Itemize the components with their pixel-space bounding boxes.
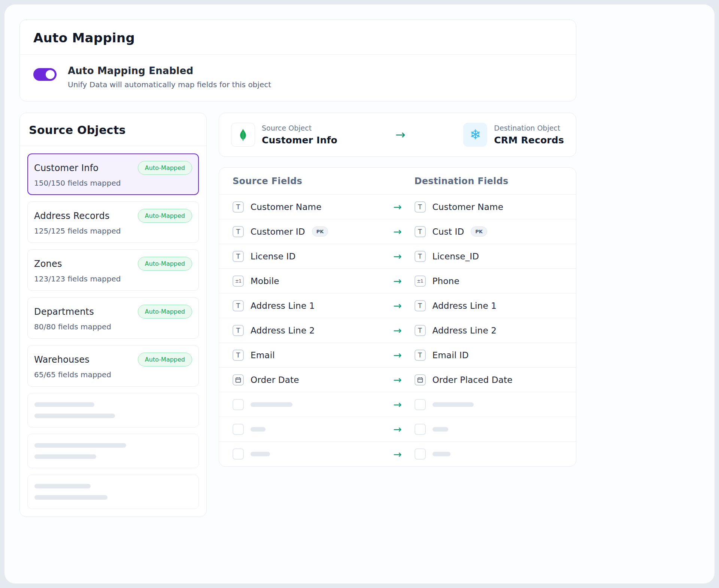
page-background: Auto Mapping Auto Mapping Enabled Unify … <box>0 0 719 588</box>
auto-mapped-badge: Auto-Mapped <box>138 353 192 366</box>
field-mapping-row[interactable]: TCustomer IDPK→TCust IDPK <box>219 219 576 244</box>
field-label: Email ID <box>433 350 469 360</box>
source-field-cell: TEmail <box>233 350 381 361</box>
skeleton-bar <box>34 454 96 459</box>
text-type-icon: T <box>418 327 422 334</box>
auto-mapped-badge: Auto-Mapped <box>138 257 192 271</box>
skeleton-field-row: → <box>219 442 576 466</box>
text-type-icon: T <box>236 228 240 235</box>
field-mapping-row[interactable]: TLicense ID→TLicense_ID <box>219 244 576 269</box>
auto-mapping-card: Auto Mapping Auto Mapping Enabled Unify … <box>19 19 576 101</box>
number-type-icon: ±1 <box>235 278 242 284</box>
field-type-icon: T <box>415 201 426 213</box>
field-mapping-row[interactable]: TAddress Line 2→TAddress Line 2 <box>219 318 576 343</box>
source-object-label: Source Object <box>262 124 337 132</box>
source-fields-header: Source Fields <box>233 176 381 186</box>
auto-mapping-toggle[interactable] <box>33 68 57 81</box>
source-db-tile <box>231 123 255 147</box>
mongodb-icon <box>236 128 250 141</box>
field-type-icon: ±1 <box>415 275 426 287</box>
skeleton-bar <box>34 495 107 500</box>
destination-object-label: Destination Object <box>494 124 564 132</box>
source-field-cell: ±1Mobile <box>233 275 381 287</box>
field-arrow-icon: → <box>381 300 415 311</box>
calendar-icon <box>235 377 242 383</box>
source-objects-card: Source Objects Customer InfoAuto-Mapped1… <box>19 113 207 517</box>
text-type-icon: T <box>236 327 240 334</box>
field-label: Customer ID <box>251 227 305 237</box>
mapping-header-card: Source Object Customer Info → ❄ Destinat… <box>219 113 576 157</box>
fields-mapped-count: 150/150 fields mapped <box>34 179 192 188</box>
source-object-item[interactable]: Address RecordsAuto-Mapped125/125 fields… <box>27 201 199 243</box>
text-type-icon: T <box>418 351 422 359</box>
skeleton-bar <box>433 402 474 407</box>
skeleton-field-row: → <box>219 392 576 417</box>
text-type-icon: T <box>418 203 422 211</box>
auto-mapped-badge: Auto-Mapped <box>138 209 192 223</box>
fields-mapped-count: 125/125 fields mapped <box>34 226 192 235</box>
field-label: Order Date <box>251 375 299 385</box>
destination-field-cell: TAddress Line 2 <box>415 325 563 336</box>
field-arrow-icon: → <box>381 250 415 262</box>
source-object-item[interactable]: DepartmentsAuto-Mapped80/80 fields mappe… <box>27 297 199 339</box>
source-object-item[interactable]: WarehousesAuto-Mapped65/65 fields mapped <box>27 345 199 387</box>
field-label: Address Line 2 <box>433 326 497 335</box>
field-mapping-row[interactable]: TCustomer Name→TCustomer Name <box>219 195 576 219</box>
field-mapping-row[interactable]: TEmail→TEmail ID <box>219 343 576 368</box>
field-type-icon: T <box>233 350 244 361</box>
field-arrow-icon: → <box>381 325 415 336</box>
field-label: Email <box>251 350 275 360</box>
primary-key-badge: PK <box>471 226 487 237</box>
text-type-icon: T <box>236 203 240 211</box>
destination-field-cell: TCust IDPK <box>415 226 563 237</box>
skeleton-source-object <box>27 434 199 468</box>
empty-field-type-icon <box>233 399 244 410</box>
field-label: Address Line 1 <box>251 301 315 311</box>
field-type-icon: ±1 <box>233 275 244 287</box>
field-arrow-icon: → <box>381 423 415 435</box>
mapping-arrow-icon: → <box>337 128 463 142</box>
field-rows: TCustomer Name→TCustomer NameTCustomer I… <box>219 195 576 466</box>
skeleton-bar <box>251 427 266 432</box>
field-mapping-row[interactable]: ±1Mobile→±1Phone <box>219 269 576 293</box>
field-arrow-icon: → <box>381 275 415 287</box>
field-label: License_ID <box>433 252 479 261</box>
toggle-label: Auto Mapping Enabled <box>68 65 271 76</box>
skeleton-source-object <box>27 393 199 427</box>
destination-field-cell: TLicense_ID <box>415 251 563 262</box>
source-field-cell: TAddress Line 2 <box>233 325 381 336</box>
auto-mapped-badge: Auto-Mapped <box>138 305 192 319</box>
destination-db-tile: ❄ <box>463 123 487 147</box>
field-type-icon: T <box>415 300 426 311</box>
destination-field-cell: TCustomer Name <box>415 201 563 213</box>
field-mapping-row[interactable]: Order Date→Order Placed Date <box>219 368 576 392</box>
field-type-icon: T <box>415 226 426 237</box>
field-type-icon: T <box>233 201 244 213</box>
skeleton-bar <box>34 443 126 448</box>
field-type-icon <box>415 374 426 386</box>
destination-field-cell: TEmail ID <box>415 350 563 361</box>
skeleton-source-object <box>27 475 199 509</box>
toggle-description: Unify Data will automatically map fields… <box>68 80 271 89</box>
empty-field-type-icon <box>233 424 244 435</box>
source-field-cell: TLicense ID <box>233 251 381 262</box>
source-object-item[interactable]: ZonesAuto-Mapped123/123 fields mapped <box>27 249 199 291</box>
field-arrow-icon: → <box>381 399 415 410</box>
source-objects-title: Source Objects <box>20 113 206 146</box>
skeleton-bar <box>34 414 115 418</box>
source-object-item[interactable]: Customer InfoAuto-Mapped150/150 fields m… <box>27 153 199 195</box>
field-type-icon: T <box>415 325 426 336</box>
field-arrow-icon: → <box>381 349 415 361</box>
primary-key-badge: PK <box>312 226 328 237</box>
field-label: Address Line 2 <box>251 326 315 335</box>
field-mapping-row[interactable]: TAddress Line 1→TAddress Line 1 <box>219 293 576 318</box>
empty-field-type-icon <box>233 448 244 460</box>
skeleton-bar <box>34 484 91 488</box>
main-panel: Auto Mapping Auto Mapping Enabled Unify … <box>4 4 715 584</box>
field-type-icon: T <box>415 251 426 262</box>
field-label: Customer Name <box>433 202 504 212</box>
skeleton-field-row: → <box>219 417 576 442</box>
fields-mapped-count: 123/123 fields mapped <box>34 274 192 283</box>
field-mapping-header: Source Fields Destination Fields <box>219 168 576 195</box>
destination-fields-header: Destination Fields <box>415 176 563 186</box>
